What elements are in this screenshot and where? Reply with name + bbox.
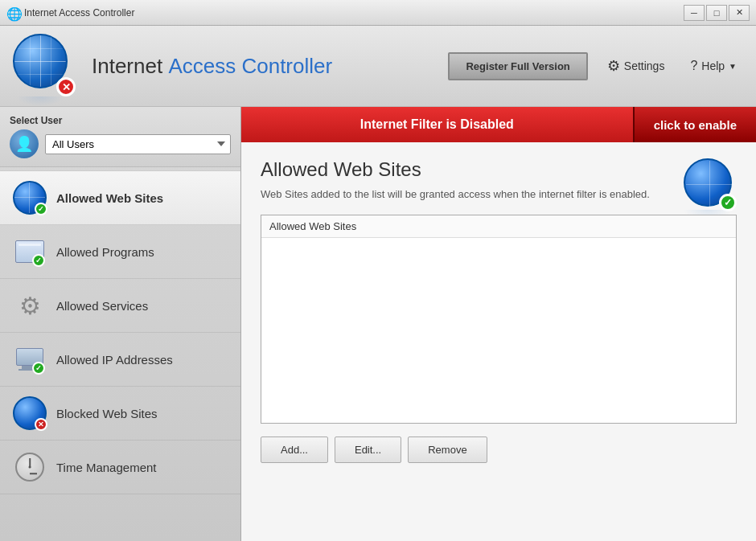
sidebar-item-label: Allowed Web Sites: [56, 191, 163, 205]
sidebar-item-allowed-services[interactable]: ⚙ Allowed Services: [0, 279, 240, 333]
check-badge: ✓: [32, 362, 45, 375]
allowed-ip-icon: ✓: [13, 342, 47, 376]
sidebar-item-label: Allowed IP Addresses: [56, 353, 173, 367]
title-accent: Access Controller: [168, 54, 332, 78]
help-button[interactable]: ? Help ▼: [684, 55, 743, 76]
sidebar-nav: ✓ Allowed Web Sites ✓ Allowed Programs: [0, 167, 240, 541]
add-button[interactable]: Add...: [261, 436, 328, 463]
sidebar-item-label: Allowed Programs: [56, 245, 154, 259]
user-avatar: [10, 129, 39, 158]
globe-reflection: [16, 96, 64, 106]
user-selector: Select User All Users: [0, 107, 240, 167]
maximize-button[interactable]: □: [706, 5, 727, 21]
user-select-row: All Users: [10, 129, 231, 158]
app-icon: 🌐: [6, 6, 19, 19]
sidebar-item-blocked-websites[interactable]: ✕ Blocked Web Sites: [0, 387, 240, 441]
header: ✕ Internet Access Controller Register Fu…: [0, 26, 756, 107]
page-globe: ✓: [684, 158, 737, 211]
page-header-text: Allowed Web Sites Web Sites added to the…: [261, 158, 650, 215]
list-content: [261, 238, 736, 244]
action-buttons: Add... Edit... Remove: [261, 436, 737, 463]
header-right: Register Full Version ⚙ Settings ? Help …: [448, 52, 743, 80]
allowed-websites-listbox[interactable]: Allowed Web Sites: [261, 215, 737, 424]
sidebar-item-time-management[interactable]: Time Management: [0, 441, 240, 494]
register-button[interactable]: Register Full Version: [448, 52, 587, 80]
header-left: ✕ Internet Access Controller: [13, 34, 332, 98]
allowed-services-icon: ⚙: [13, 289, 47, 322]
clock: [15, 453, 44, 482]
sidebar-item-allowed-programs[interactable]: ✓ Allowed Programs: [0, 225, 240, 279]
remove-button[interactable]: Remove: [408, 436, 487, 463]
settings-button[interactable]: ⚙ Settings: [601, 54, 672, 78]
titlebar-title: Internet Access Controller: [24, 7, 134, 18]
time-management-icon: [13, 450, 47, 484]
app-title: Internet Access Controller: [92, 54, 332, 79]
page-header-row: Allowed Web Sites Web Sites added to the…: [261, 158, 737, 215]
sidebar-item-allowed-websites[interactable]: ✓ Allowed Web Sites: [0, 170, 240, 225]
blocked-websites-icon: ✕: [13, 396, 47, 430]
titlebar-left: 🌐 Internet Access Controller: [6, 6, 134, 19]
sidebar-item-allowed-ip[interactable]: ✓ Allowed IP Addresses: [0, 333, 240, 387]
allowed-websites-icon: ✓: [13, 181, 47, 215]
sidebar-item-label: Allowed Services: [56, 299, 148, 313]
allowed-programs-icon: ✓: [13, 235, 47, 268]
minimize-button[interactable]: ─: [684, 5, 705, 21]
main-window: ✕ Internet Access Controller Register Fu…: [0, 26, 756, 541]
header-globe-container: ✕: [13, 34, 77, 98]
check-badge: ✓: [719, 194, 737, 211]
user-selector-label: Select User: [10, 115, 231, 126]
close-button[interactable]: ✕: [729, 5, 750, 21]
help-chevron-icon: ▼: [729, 62, 737, 71]
gear-icon: ⚙: [19, 292, 41, 320]
filter-status: Internet Filter is Disabled: [241, 107, 633, 142]
page-description: Web Sites added to the list will be gran…: [261, 187, 650, 202]
filter-enable-button[interactable]: click to enable: [633, 107, 756, 142]
user-dropdown[interactable]: All Users: [45, 134, 231, 154]
main-panel: Internet Filter is Disabled click to ena…: [241, 107, 756, 541]
sidebar-item-label: Blocked Web Sites: [56, 407, 158, 420]
check-badge: ✓: [32, 254, 45, 267]
check-badge: ✓: [35, 203, 47, 215]
titlebar-controls: ─ □ ✕: [684, 5, 750, 21]
titlebar: 🌐 Internet Access Controller ─ □ ✕: [0, 0, 756, 26]
filter-bar: Internet Filter is Disabled click to ena…: [241, 107, 756, 142]
page-title: Allowed Web Sites: [261, 158, 650, 181]
title-plain: Internet: [92, 54, 168, 78]
list-header: Allowed Web Sites: [261, 215, 736, 238]
x-badge: ✕: [35, 418, 47, 431]
sidebar: Select User All Users: [0, 107, 241, 541]
help-label: Help: [701, 59, 725, 72]
disabled-badge: ✕: [56, 77, 76, 96]
help-icon: ?: [690, 59, 697, 73]
page-content: Allowed Web Sites Web Sites added to the…: [241, 142, 756, 541]
settings-label: Settings: [624, 59, 665, 72]
sidebar-item-label: Time Management: [56, 461, 157, 474]
gear-icon: ⚙: [607, 57, 620, 75]
edit-button[interactable]: Edit...: [335, 436, 401, 463]
content-area: Select User All Users: [0, 107, 756, 541]
